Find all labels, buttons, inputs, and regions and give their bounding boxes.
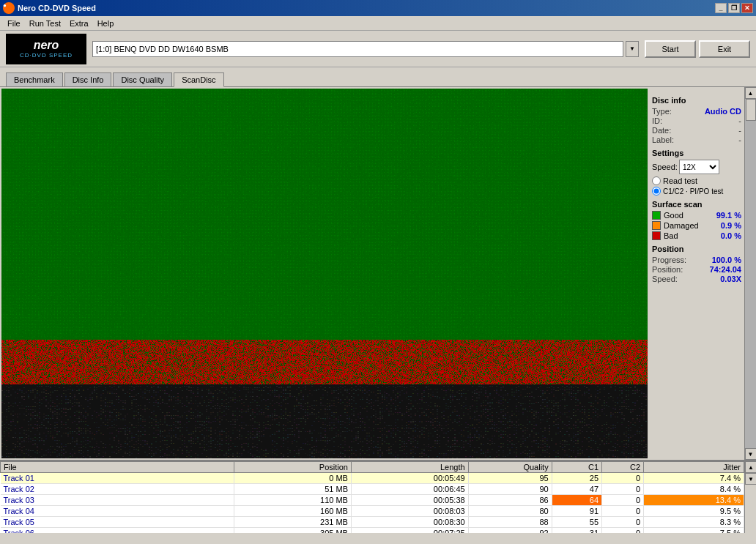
cell-position: 110 MB	[234, 495, 352, 506]
cell-file: Track 01	[1, 473, 234, 484]
good-row: Good 99.1 %	[652, 211, 741, 220]
menu-run-test[interactable]: Run Test	[25, 18, 65, 29]
menu-file[interactable]: File	[3, 18, 25, 29]
damaged-row: Damaged 0.9 %	[652, 221, 741, 230]
speed-select[interactable]: 12X Max 4X 8X	[679, 160, 719, 174]
close-button[interactable]: ✕	[741, 3, 753, 13]
cell-file: Track 05	[1, 517, 234, 528]
cell-c2: 0	[602, 506, 644, 517]
position-value: 74:24.04	[710, 265, 741, 274]
read-test-row[interactable]: Read test	[652, 176, 741, 185]
good-value: 99.1 %	[716, 211, 741, 220]
damaged-value: 0.9 %	[721, 221, 741, 230]
menu-help[interactable]: Help	[93, 18, 119, 29]
cell-file: Track 04	[1, 506, 234, 517]
cell-file: Track 06	[1, 528, 234, 534]
position-label: Position:	[652, 265, 683, 274]
cell-quality: 86	[468, 495, 552, 506]
speed-label: Speed:	[652, 163, 678, 171]
good-color-box	[652, 211, 661, 220]
minimize-button[interactable]: _	[715, 3, 727, 13]
cell-jitter: 7.4 %	[644, 473, 744, 484]
start-button[interactable]: Start	[645, 40, 696, 58]
cell-c1: 25	[552, 473, 601, 484]
drive-select-area: [1:0] BENQ DVD DD DW1640 BSMB ▼	[92, 41, 639, 57]
cell-length: 00:07:25	[351, 528, 468, 534]
c1c2-test-row[interactable]: C1/C2 · PI/PO test	[652, 187, 741, 195]
read-test-label: Read test	[663, 176, 697, 185]
good-label: Good	[664, 211, 716, 220]
drive-dropdown-arrow[interactable]: ▼	[626, 41, 639, 57]
col-jitter: Jitter	[644, 462, 744, 473]
tabs-area: Benchmark Disc Info Disc Quality ScanDis…	[0, 67, 756, 86]
table-scroll-up[interactable]: ▲	[745, 461, 756, 473]
tab-benchmark[interactable]: Benchmark	[6, 72, 63, 86]
disc-info-title: Disc info	[652, 96, 741, 105]
cell-quality: 95	[468, 473, 552, 484]
right-panel: Disc info Type: Audio CD ID: - Date: - L…	[649, 87, 744, 460]
table-scroll-down[interactable]: ▼	[745, 473, 756, 485]
damaged-color-box	[652, 221, 661, 230]
menu-extra[interactable]: Extra	[65, 18, 93, 29]
speed-row: Speed: 12X Max 4X 8X	[652, 160, 741, 174]
bottom-table-area: File Position Length Quality C1 C2 Jitte…	[0, 460, 756, 533]
scroll-thumb[interactable]	[746, 99, 756, 121]
cell-jitter: 13.4 %	[644, 495, 744, 506]
cell-file: Track 03	[1, 495, 234, 506]
table-row: Track 02 51 MB 00:06:45 90 47 0 8.4 %	[1, 484, 744, 495]
title-bar: ● Nero CD-DVD Speed _ ❐ ✕	[0, 0, 756, 16]
header-area: nero CD·DVD SPEED [1:0] BENQ DVD DD DW16…	[0, 31, 756, 67]
table-row: Track 06 305 MB 00:07:25 92 31 0 7.5 %	[1, 528, 744, 534]
menu-bar: File Run Test Extra Help	[0, 16, 756, 31]
col-length: Length	[351, 462, 468, 473]
scan-area	[1, 89, 648, 458]
window-controls[interactable]: _ ❐ ✕	[715, 3, 753, 13]
cell-c2: 0	[602, 517, 644, 528]
scroll-down-button[interactable]: ▼	[745, 448, 757, 460]
cell-c1: 31	[552, 528, 601, 534]
disc-label-value: -	[738, 135, 741, 144]
results-table: File Position Length Quality C1 C2 Jitte…	[0, 461, 744, 533]
restore-button[interactable]: ❐	[728, 3, 740, 13]
col-c2: C2	[602, 462, 644, 473]
table-row: Track 03 110 MB 00:05:38 86 64 0 13.4 %	[1, 495, 744, 506]
right-scrollbar[interactable]: ▲ ▼	[744, 87, 756, 460]
tab-scan-disc[interactable]: ScanDisc	[174, 72, 223, 87]
col-quality: Quality	[468, 462, 552, 473]
logo-nero-text: nero	[34, 39, 59, 52]
c1c2-test-radio[interactable]	[652, 187, 661, 195]
scroll-track[interactable]	[745, 99, 757, 448]
drive-dropdown[interactable]: [1:0] BENQ DVD DD DW1640 BSMB	[92, 41, 623, 57]
scroll-up-button[interactable]: ▲	[745, 87, 757, 99]
table-row: Track 05 231 MB 00:08:30 88 55 0 8.3 %	[1, 517, 744, 528]
cell-quality: 80	[468, 506, 552, 517]
cell-position: 51 MB	[234, 484, 352, 495]
col-file: File	[1, 462, 234, 473]
speed-read-value: 0.03X	[720, 275, 741, 283]
read-test-radio[interactable]	[652, 176, 661, 185]
tab-disc-quality[interactable]: Disc Quality	[113, 72, 172, 86]
exit-button[interactable]: Exit	[699, 40, 750, 58]
date-value: -	[738, 126, 741, 135]
cell-length: 00:05:49	[351, 473, 468, 484]
type-value: Audio CD	[705, 107, 741, 116]
app-icon: ●	[3, 2, 15, 14]
main-content: Disc info Type: Audio CD ID: - Date: - L…	[0, 86, 756, 460]
cell-length: 00:06:45	[351, 484, 468, 495]
tab-disc-info[interactable]: Disc Info	[64, 72, 112, 86]
cell-position: 160 MB	[234, 506, 352, 517]
disc-label-label: Label:	[652, 135, 674, 144]
col-c1: C1	[552, 462, 601, 473]
cell-c2: 0	[602, 495, 644, 506]
speed-read-label: Speed:	[652, 275, 678, 283]
cell-length: 00:08:03	[351, 506, 468, 517]
damaged-label: Damaged	[664, 221, 721, 230]
cell-c2: 0	[602, 528, 644, 534]
cell-jitter: 8.3 %	[644, 517, 744, 528]
position-title: Position	[652, 245, 741, 253]
header-buttons: Start Exit	[645, 40, 750, 58]
table-row: Track 01 0 MB 00:05:49 95 25 0 7.4 %	[1, 473, 744, 484]
bottom-scrollbar[interactable]: ▲ ▼	[744, 461, 756, 533]
cell-jitter: 7.5 %	[644, 528, 744, 534]
cell-c2: 0	[602, 473, 644, 484]
